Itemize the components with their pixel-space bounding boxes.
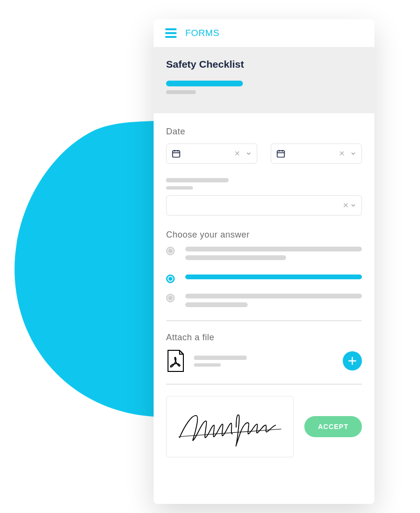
dropdown-field[interactable]: ✕ bbox=[166, 195, 362, 215]
radio-option-2[interactable] bbox=[166, 274, 362, 283]
svg-rect-0 bbox=[173, 151, 180, 157]
radio-group bbox=[166, 247, 362, 321]
form-header: Safety Checklist bbox=[154, 47, 374, 113]
radio-option-text bbox=[185, 247, 362, 264]
chevron-down-icon bbox=[350, 150, 357, 157]
top-bar: FORMS bbox=[154, 19, 374, 47]
calendar-icon bbox=[171, 149, 181, 158]
add-file-button[interactable] bbox=[343, 351, 362, 370]
menu-icon[interactable] bbox=[165, 28, 177, 38]
attach-section: Attach a file bbox=[166, 333, 362, 384]
progress-indicator-primary bbox=[166, 81, 243, 86]
date-row: ✕ ✕ bbox=[166, 143, 362, 164]
date-input-from[interactable]: ✕ bbox=[166, 143, 257, 164]
attached-file-name bbox=[194, 356, 334, 367]
accept-button[interactable]: ACCEPT bbox=[304, 416, 362, 437]
plus-icon bbox=[348, 356, 357, 366]
radio-option-text bbox=[185, 274, 362, 283]
chevron-down-icon bbox=[350, 202, 357, 209]
chevron-down-icon bbox=[245, 150, 252, 157]
progress-indicator-secondary bbox=[166, 90, 196, 94]
app-title: FORMS bbox=[185, 28, 219, 38]
radio-option-3[interactable] bbox=[166, 294, 362, 311]
pdf-file-icon bbox=[166, 349, 185, 372]
phone-frame: FORMS Safety Checklist Date ✕ bbox=[154, 19, 374, 504]
date-input-to[interactable]: ✕ bbox=[271, 143, 362, 164]
svg-rect-4 bbox=[277, 151, 285, 157]
radio-icon[interactable] bbox=[166, 294, 175, 302]
form-body: Date ✕ bbox=[154, 113, 374, 504]
radio-icon[interactable] bbox=[166, 274, 175, 283]
attach-label: Attach a file bbox=[166, 333, 362, 343]
form-title: Safety Checklist bbox=[166, 59, 362, 70]
clear-icon[interactable]: ✕ bbox=[339, 149, 345, 158]
radio-icon[interactable] bbox=[166, 247, 175, 255]
signature-image bbox=[175, 405, 285, 448]
clear-icon[interactable]: ✕ bbox=[234, 149, 240, 158]
answer-label: Choose your answer bbox=[166, 230, 362, 240]
radio-option-text bbox=[185, 294, 362, 311]
clear-icon[interactable]: ✕ bbox=[343, 201, 349, 210]
date-label: Date bbox=[166, 127, 362, 137]
signature-pad[interactable] bbox=[166, 396, 294, 457]
placeholder-label bbox=[166, 178, 362, 190]
calendar-icon bbox=[276, 149, 286, 158]
radio-option-1[interactable] bbox=[166, 247, 362, 264]
svg-point-8 bbox=[181, 352, 182, 353]
signature-row: ACCEPT bbox=[166, 396, 362, 457]
